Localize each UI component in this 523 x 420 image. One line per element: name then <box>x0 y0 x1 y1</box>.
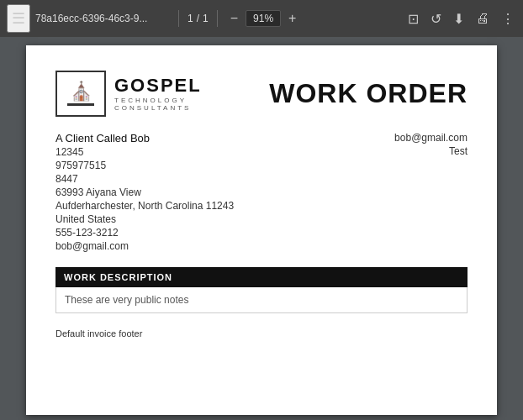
client-phone2: 8447 <box>55 173 234 185</box>
client-phone3: 555-123-3212 <box>55 227 234 239</box>
pdf-viewer-area: ⛪ GOSPEL TECHNOLOGY CONSULTANTS WORK ORD… <box>0 37 523 420</box>
client-address1: 63993 Aiyana View <box>55 186 234 198</box>
fit-page-button[interactable]: ⊡ <box>406 9 420 29</box>
logo-section: ⛪ GOSPEL TECHNOLOGY CONSULTANTS <box>55 71 202 117</box>
client-test-label: Test <box>449 145 468 157</box>
client-section: A Client Called Bob 12345 975977515 8447… <box>55 132 468 252</box>
more-options-button[interactable]: ⋮ <box>499 9 516 29</box>
client-email-right: bob@gmail.com <box>394 132 468 144</box>
work-description-header: WORK DESCRIPTION <box>55 267 468 287</box>
page-total: 1 <box>203 13 209 24</box>
pdf-page: ⛪ GOSPEL TECHNOLOGY CONSULTANTS WORK ORD… <box>26 45 497 415</box>
client-phone1: 975977515 <box>55 160 234 171</box>
client-email: bob@gmail.com <box>55 240 234 252</box>
toolbar: ☰ 78a16ecc-6396-46c3-9... 1 / 1 − 91% + … <box>0 0 523 37</box>
gospel-text: GOSPEL <box>114 76 202 95</box>
logo-subtitle2: CONSULTANTS <box>114 104 202 112</box>
work-description-section: WORK DESCRIPTION These are very public n… <box>55 267 468 313</box>
toolbar-separator-1 <box>178 10 179 27</box>
history-button[interactable]: ↺ <box>429 9 443 29</box>
client-address2: Aufderharchester, North Carolina 11243 <box>55 200 234 212</box>
work-description-body: These are very public notes <box>55 287 468 313</box>
client-country: United States <box>55 213 234 225</box>
logo-box: ⛪ <box>55 71 106 117</box>
toolbar-separator-2 <box>217 10 218 27</box>
toolbar-right-icons: ⊡ ↺ ⬇ 🖨 ⋮ <box>406 9 516 29</box>
logo-subtitle1: TECHNOLOGY <box>114 97 202 104</box>
filename-label: 78a16ecc-6396-46c3-9... <box>35 13 170 24</box>
client-info-left: A Client Called Bob 12345 975977515 8447… <box>55 132 234 252</box>
work-description-notes: These are very public notes <box>65 294 188 306</box>
print-button[interactable]: 🖨 <box>474 9 491 28</box>
zoom-in-button[interactable]: + <box>284 9 300 28</box>
menu-button[interactable]: ☰ <box>7 4 30 33</box>
download-button[interactable]: ⬇ <box>452 9 466 29</box>
church-icon: ⛪ <box>70 82 92 101</box>
logo-text-block: GOSPEL TECHNOLOGY CONSULTANTS <box>114 76 202 112</box>
client-info-right: bob@gmail.com Test <box>394 132 468 157</box>
zoom-value-display: 91% <box>246 10 281 27</box>
page-current: 1 <box>188 13 193 24</box>
document-footer: Default invoice footer <box>55 328 468 339</box>
document-header: ⛪ GOSPEL TECHNOLOGY CONSULTANTS WORK ORD… <box>55 71 468 117</box>
page-navigation: 1 / 1 <box>188 13 209 24</box>
client-id: 12345 <box>55 146 234 158</box>
logo-monitor-base <box>67 103 94 106</box>
work-order-title: WORK ORDER <box>269 78 468 109</box>
zoom-controls: − 91% + <box>226 9 301 28</box>
client-name: A Client Called Bob <box>55 132 234 144</box>
zoom-out-button[interactable]: − <box>226 9 242 28</box>
page-separator: / <box>197 13 199 24</box>
